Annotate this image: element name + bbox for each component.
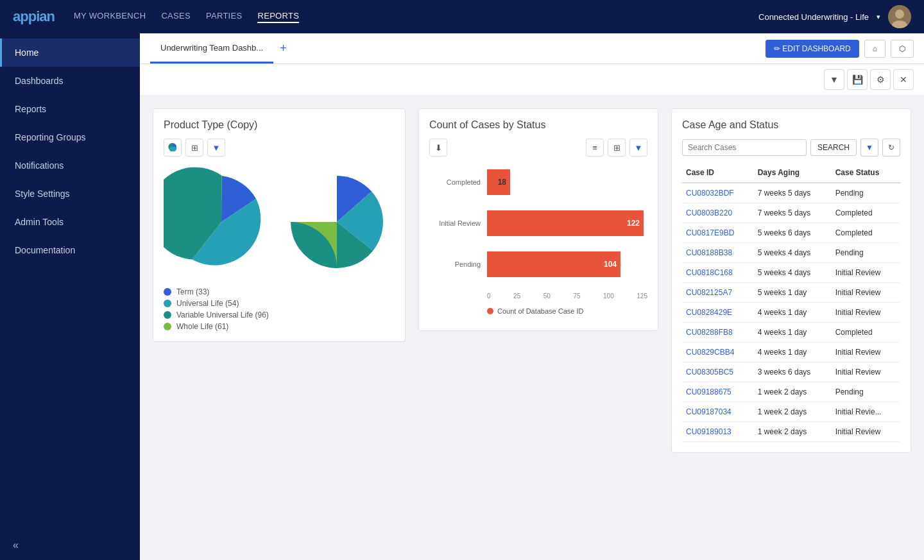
download-icon: ⬇ [435, 143, 442, 153]
filter-tool-button[interactable]: ▼ [824, 69, 844, 90]
bar-fill-pending: 104 [487, 251, 620, 277]
dashboard-tab[interactable]: Underwriting Team Dashb... [150, 34, 273, 64]
bar-label-initial-review: Initial Review [429, 219, 487, 227]
app-logo[interactable]: appian [13, 8, 55, 25]
case-id-link[interactable]: CU0829CBB4 [686, 348, 734, 357]
download-button[interactable]: ⬇ [429, 139, 447, 157]
table-row: CU0818C1685 weeks 4 daysInitial Review [682, 263, 900, 283]
org-chevron[interactable]: ▾ [877, 13, 880, 21]
days-aging-cell: 7 weeks 5 days [754, 203, 832, 223]
case-id-link[interactable]: CU09189013 [686, 427, 732, 436]
axis-25: 25 [513, 293, 520, 300]
days-aging-cell: 7 weeks 5 days [754, 183, 832, 203]
bar-legend-label: Count of Database Case ID [497, 307, 584, 315]
bar-value-pending: 104 [604, 260, 617, 269]
sidebar-item-dashboards[interactable]: Dashboards [0, 67, 140, 95]
bar-label-completed: Completed [429, 178, 487, 186]
table-row: CU091870341 week 2 daysInitial Revie... [682, 402, 900, 422]
legend-dot-term [164, 288, 171, 296]
case-id-link[interactable]: CU0828429E [686, 308, 732, 317]
table-row: CU0829CBB44 weeks 1 dayInitial Review [682, 343, 900, 362]
product-type-title: Product Type (Copy) [164, 119, 395, 131]
case-status-cell: Initial Review [832, 422, 900, 442]
case-id-link[interactable]: CU08288FB8 [686, 328, 733, 337]
nav-parties[interactable]: PARTIES [206, 11, 243, 23]
user-avatar[interactable] [888, 5, 911, 28]
case-id-link[interactable]: CU082125A7 [686, 288, 732, 297]
days-aging-cell: 5 weeks 4 days [754, 263, 832, 283]
main-layout: Home Dashboards Reports Reporting Groups… [0, 33, 924, 560]
add-tab-button[interactable]: + [273, 42, 293, 55]
dashboard-grid: Product Type (Copy) ⊞ ▼ [140, 96, 924, 560]
case-filter-button[interactable]: ▼ [860, 139, 878, 157]
legend-whole-life: Whole Life (61) [164, 322, 395, 331]
home-button[interactable]: ⌂ [864, 40, 886, 58]
pie-view-button[interactable] [164, 139, 182, 157]
settings-tool-button[interactable]: ⚙ [870, 69, 891, 90]
sidebar-collapse-button[interactable]: « [0, 530, 140, 560]
nav-my-workbench[interactable]: MY WORKBENCH [74, 11, 146, 23]
case-status-cell: Initial Review [832, 283, 900, 303]
case-id-link[interactable]: CU0803B220 [686, 208, 732, 217]
sidebar-item-reporting-groups[interactable]: Reporting Groups [0, 123, 140, 151]
case-table: Case ID Days Aging Case Status CU08032BD… [682, 163, 900, 442]
table-row: CU0803B2207 weeks 5 daysCompleted [682, 203, 900, 223]
share-icon: ⬡ [899, 44, 905, 53]
nav-cases[interactable]: CASES [161, 11, 191, 23]
close-tool-button[interactable]: ✕ [893, 69, 914, 90]
days-aging-cell: 1 week 2 days [754, 402, 832, 422]
filter-chevron-icon: ▼ [866, 143, 873, 152]
days-aging-cell: 4 weeks 1 day [754, 343, 832, 362]
table-view-button2[interactable]: ⊞ [608, 139, 626, 157]
sidebar-item-notifications[interactable]: Notifications [0, 151, 140, 180]
sidebar-item-reports[interactable]: Reports [0, 95, 140, 123]
case-id-link[interactable]: CU08032BDF [686, 189, 734, 198]
nav-reports[interactable]: REPORTS [257, 11, 299, 23]
case-refresh-button[interactable]: ↻ [882, 139, 900, 157]
top-nav: appian MY WORKBENCH CASES PARTIES REPORT… [0, 0, 924, 33]
case-id-link[interactable]: CU0817E9BD [686, 228, 734, 237]
bar-axis: 0 25 50 75 100 125 [429, 293, 647, 300]
case-id-link[interactable]: CU08188B38 [686, 248, 732, 257]
table-view-button[interactable]: ⊞ [185, 139, 203, 157]
case-id-link[interactable]: CU08305BC5 [686, 368, 733, 377]
legend-dot-universal-life [164, 300, 171, 307]
legend-label-variable-universal-life: Variable Universal Life (96) [176, 310, 269, 319]
filter-icon: ▼ [212, 143, 221, 153]
case-search-input[interactable] [682, 139, 807, 156]
filter-button[interactable]: ▼ [207, 139, 225, 157]
axis-50: 50 [543, 293, 551, 300]
axis-0: 0 [487, 293, 491, 300]
sidebar-item-home[interactable]: Home [0, 38, 140, 67]
product-type-toolbar: ⊞ ▼ [164, 139, 395, 157]
sidebar-item-style-settings[interactable]: Style Settings [0, 180, 140, 208]
case-search-button[interactable]: SEARCH [810, 139, 857, 156]
pie-chart-icon [168, 142, 177, 153]
save-tool-button[interactable]: 💾 [847, 69, 868, 90]
align-icon: ≡ [592, 143, 597, 153]
pie-legend: Term (33) Universal Life (54) Variable U… [164, 287, 395, 331]
edit-dashboard-button[interactable]: ✏ EDIT DASHBOARD [766, 40, 859, 58]
filter-button2[interactable]: ▼ [629, 139, 647, 157]
legend-label-term: Term (33) [176, 287, 209, 296]
case-status-cell: Pending [832, 243, 900, 263]
bar-row-completed: Completed 18 [429, 169, 647, 195]
case-status-cell: Pending [832, 382, 900, 402]
case-id-link[interactable]: CU0818C168 [686, 268, 733, 277]
legend-dot-whole-life [164, 323, 171, 330]
share-button[interactable]: ⬡ [891, 40, 914, 58]
sidebar-item-admin-tools[interactable]: Admin Tools [0, 208, 140, 236]
sidebar-item-documentation[interactable]: Documentation [0, 236, 140, 264]
gear-icon: ⚙ [877, 74, 885, 85]
avatar-image [888, 5, 911, 28]
case-id-link[interactable]: CU09188675 [686, 387, 732, 396]
tab-bar: Underwriting Team Dashb... + ✏ EDIT DASH… [140, 33, 924, 64]
case-age-widget: Case Age and Status SEARCH ▼ ↻ Case ID [671, 108, 911, 453]
org-name[interactable]: Connected Underwriting - Life [758, 12, 869, 22]
case-id-link[interactable]: CU09187034 [686, 407, 732, 416]
legend-label-whole-life: Whole Life (61) [176, 322, 228, 331]
days-aging-cell: 4 weeks 1 day [754, 303, 832, 323]
main-content: Underwriting Team Dashb... + ✏ EDIT DASH… [140, 33, 924, 560]
text-align-button[interactable]: ≡ [586, 139, 604, 157]
axis-125: 125 [637, 293, 647, 300]
